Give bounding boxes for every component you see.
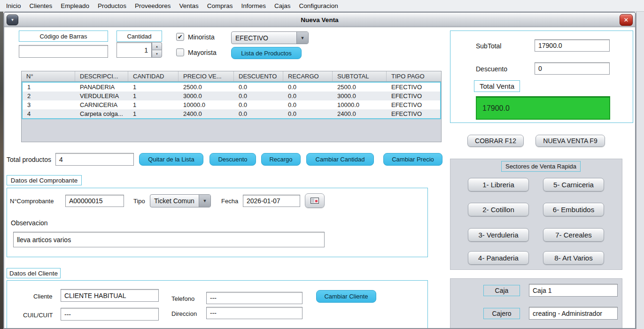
recargo-button[interactable]: Recargo [261, 153, 301, 166]
arrow-down-icon: ▼ [155, 53, 158, 55]
cliente-input[interactable]: CLIENTE HABITUAL [61, 289, 159, 302]
arrow-up-icon: ▲ [155, 45, 158, 48]
calendar-button[interactable] [305, 193, 325, 208]
sector-carniceria-button[interactable]: 5- Carniceria [543, 178, 604, 191]
close-icon: ✕ [624, 16, 629, 23]
payment-type-select[interactable]: EFECTIVO ▼ [231, 31, 309, 44]
cajero-input[interactable]: creating - Administrador [529, 307, 618, 320]
cambiar-cantidad-button[interactable]: Cambiar Cantidad [306, 153, 374, 166]
lista-productos-button[interactable]: Lista de Productos [231, 47, 302, 59]
cambiar-precio-button[interactable]: Cambiar Precio [383, 153, 442, 166]
sector-libreria-button[interactable]: 1- Libreria [468, 178, 529, 191]
quitar-lista-button[interactable]: Quitar de la Lista [139, 153, 203, 166]
caja-panel: Caja Caja 1 Cajero creating - Administra… [450, 278, 622, 329]
total-venta-label: Total Venta [474, 80, 520, 92]
close-button[interactable]: ✕ [620, 14, 633, 26]
descuento-total-label: Descuento [476, 65, 507, 73]
quantity-input[interactable]: 1 [116, 42, 152, 58]
comprobante-panel: N°Comprobante A00000015 Tipo Ticket Comu… [7, 188, 428, 257]
cuit-label: CUIL/CUIT [23, 312, 53, 319]
descuento-button[interactable]: Descuento [209, 153, 256, 166]
chevron-down-icon: ▼ [296, 32, 308, 44]
menu-informes[interactable]: Informes [237, 0, 271, 12]
mayorista-checkbox[interactable] [176, 48, 184, 56]
nueva-venta-button[interactable]: NUEVA VENTA F9 [535, 135, 605, 147]
direccion-label: Direccion [171, 310, 197, 317]
menu-ventas[interactable]: Ventas [175, 0, 202, 12]
quantity-down-button[interactable]: ▼ [152, 50, 162, 58]
cobrar-button[interactable]: COBRAR F12 [467, 135, 524, 147]
cliente-label: Cliente [33, 293, 52, 300]
menu-clientes[interactable]: Clientes [25, 0, 57, 12]
sector-embutidos-button[interactable]: 6- Embutidos [543, 203, 604, 216]
table-row[interactable]: 2VERDULERIA 13000.0 0.00.0 3000.0EFECTIV… [23, 92, 440, 100]
sector-verduleria-button[interactable]: 3- Verduleria [468, 228, 529, 242]
menu-compras[interactable]: Compras [203, 0, 237, 12]
table-row[interactable]: 4Carpeta colga... 12400.0 0.00.0 2400.0E… [23, 109, 440, 118]
col-precio[interactable]: PRECIO VE... [178, 71, 234, 81]
barcode-input[interactable] [19, 45, 108, 58]
tipo-value: Ticket Comun [150, 195, 199, 207]
menu-configuracion[interactable]: Configuracion [295, 0, 342, 12]
cuit-input[interactable]: --- [61, 308, 159, 321]
col-cantidad[interactable]: CANTIDAD [128, 71, 178, 81]
total-productos-label: Total productos [7, 156, 51, 163]
table-row[interactable]: 3CARNICERIA 110000.0 0.00.0 10000.0EFECT… [23, 100, 440, 109]
numero-comprobante-label: N°Comprobante [10, 198, 54, 205]
table-header: N° DESCRIPCI... CANTIDAD PRECIO VE... DE… [22, 71, 441, 82]
table-rows: 1PANADERIA 12500.0 0.00.0 2500.0EFECTIVO… [22, 82, 441, 119]
col-subtotal[interactable]: SUBTOTAL [333, 71, 387, 81]
observacion-label: Observacion [11, 219, 48, 227]
col-numero[interactable]: N° [22, 71, 75, 81]
desktop-edge-right [636, 12, 644, 329]
minorista-label: Minorista [188, 33, 215, 41]
nueva-venta-window: Nueva Venta ▼ ✕ Código de Barras Cantida… [3, 12, 636, 329]
window-title: Nueva Venta [4, 13, 635, 27]
numero-comprobante-input[interactable]: A00000015 [65, 195, 124, 207]
menu-empleado[interactable]: Empleado [56, 0, 93, 12]
minorista-row: ✔ Minorista [176, 33, 215, 41]
sector-cereales-button[interactable]: 7- Cereales [543, 228, 604, 242]
window-title-bar[interactable]: Nueva Venta ▼ ✕ [4, 13, 635, 27]
col-recargo[interactable]: RECARGO [283, 71, 333, 81]
menu-inicio[interactable]: Inicio [2, 0, 25, 12]
total-venta-display: 17900.0 [476, 96, 610, 120]
observacion-input[interactable]: lleva articos varios [13, 232, 325, 247]
table-row[interactable]: 1PANADERIA 12500.0 0.00.0 2500.0EFECTIVO [23, 83, 440, 92]
comprobante-section-label: Datos del Comprobante [7, 175, 82, 185]
window-menu-button[interactable]: ▼ [7, 15, 18, 25]
fecha-input[interactable]: 2026-01-07 [243, 195, 300, 207]
items-table: N° DESCRIPCI... CANTIDAD PRECIO VE... DE… [21, 71, 442, 142]
subtotal-input[interactable]: 17900.0 [535, 39, 610, 52]
menu-productos[interactable]: Productos [93, 0, 131, 12]
cambiar-cliente-button[interactable]: Cambiar Cliente [316, 290, 376, 303]
totals-panel: SubTotal 17900.0 Descuento 0 Total Venta… [450, 31, 633, 123]
sector-panaderia-button[interactable]: 4- Panaderia [468, 251, 529, 265]
sectores-title: Sectores de Venta Rapida [501, 161, 581, 172]
col-descripcion[interactable]: DESCRIPCI... [75, 71, 128, 81]
minorista-checkbox[interactable]: ✔ [176, 33, 184, 41]
menu-cajas[interactable]: Cajas [270, 0, 295, 12]
check-icon: ✔ [178, 33, 183, 40]
cajero-label: Cajero [483, 308, 520, 319]
total-productos-input[interactable]: 4 [55, 153, 134, 166]
direccion-input[interactable]: --- [206, 307, 303, 319]
col-descuento[interactable]: DESCUENTO [234, 71, 283, 81]
tipo-select[interactable]: Ticket Comun ▼ [150, 194, 211, 207]
quantity-up-button[interactable]: ▲ [152, 42, 162, 50]
menu-proveedores[interactable]: Proveedores [131, 0, 175, 12]
mayorista-row: Mayorista [176, 48, 217, 56]
mayorista-label: Mayorista [188, 49, 217, 56]
sector-art-varios-button[interactable]: 8- Art Varios [543, 251, 604, 265]
barcode-label: Código de Barras [19, 31, 108, 42]
caja-input[interactable]: Caja 1 [529, 284, 618, 297]
sector-cotillon-button[interactable]: 2- Cotillon [468, 203, 529, 216]
descuento-total-input[interactable]: 0 [535, 62, 610, 75]
chevron-down-icon: ▼ [11, 18, 15, 22]
telefono-label: Telefono [171, 295, 194, 302]
caja-label: Caja [483, 285, 520, 296]
quantity-label: Cantidad [116, 31, 162, 42]
cliente-section-label: Datos del Cliente [7, 268, 61, 278]
telefono-input[interactable]: --- [206, 292, 303, 304]
col-tipo-pago[interactable]: TIPO PAGO [387, 71, 441, 81]
